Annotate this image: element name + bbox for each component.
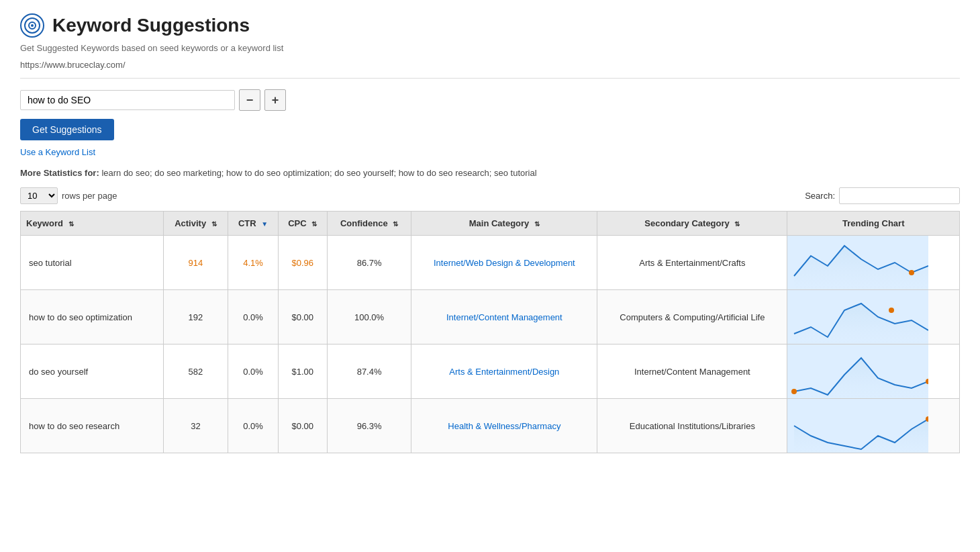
- col-keyword[interactable]: Keyword ⇅: [21, 212, 164, 236]
- table-header-row: Keyword ⇅ Activity ⇅ CTR ▼ CPC ⇅ Confide…: [21, 212, 960, 236]
- cell-confidence: 87.4%: [327, 344, 411, 399]
- target-icon: [20, 13, 44, 38]
- svg-point-5: [909, 270, 914, 275]
- main-cat-sort-icon: ⇅: [534, 220, 540, 228]
- page-url: https://www.bruceclay.com/: [20, 60, 960, 79]
- cell-ctr: 0.0%: [228, 290, 278, 344]
- cell-cpc: $0.00: [278, 290, 327, 344]
- cell-activity: 582: [163, 344, 228, 399]
- keyword-sort-icon: ⇅: [68, 220, 74, 228]
- cell-activity: 192: [163, 290, 228, 344]
- more-stats-text: More Statistics for: learn do seo; do se…: [20, 168, 960, 178]
- keyword-search-row: − +: [20, 89, 960, 111]
- cell-confidence: 86.7%: [327, 236, 411, 290]
- keyword-table: Keyword ⇅ Activity ⇅ CTR ▼ CPC ⇅ Confide…: [20, 211, 960, 453]
- col-cpc[interactable]: CPC ⇅: [278, 212, 327, 236]
- table-row: how to do seo optimization 192 0.0% $0.0…: [21, 290, 960, 344]
- svg-marker-6: [794, 304, 928, 344]
- table-controls: 10 25 50 100 rows per page Search:: [20, 187, 960, 204]
- svg-point-9: [791, 389, 797, 394]
- col-confidence[interactable]: Confidence ⇅: [327, 212, 411, 236]
- cell-trending-chart: [787, 399, 960, 453]
- cell-main-category: Internet/Web Design & Development: [411, 236, 597, 290]
- svg-point-3: [31, 24, 34, 27]
- svg-point-7: [889, 308, 894, 313]
- cell-secondary-category: Arts & Entertainment/Crafts: [597, 236, 787, 290]
- cell-keyword: how to do seo research: [21, 399, 164, 453]
- cell-keyword: how to do seo optimization: [21, 290, 164, 344]
- table-row: seo tutorial 914 4.1% $0.96 86.7% Intern…: [21, 236, 960, 290]
- page-title: Keyword Suggestions: [52, 15, 250, 36]
- rows-per-page-label: rows per page: [62, 191, 117, 201]
- cell-ctr: 0.0%: [228, 344, 278, 399]
- cell-trending-chart: [787, 344, 960, 399]
- cell-confidence: 100.0%: [327, 290, 411, 344]
- cpc-sort-icon: ⇅: [311, 220, 317, 228]
- get-suggestions-button[interactable]: Get Suggestions: [20, 119, 114, 140]
- cell-ctr: 4.1%: [228, 236, 278, 290]
- table-row: how to do seo research 32 0.0% $0.00 96.…: [21, 399, 960, 453]
- svg-marker-8: [794, 358, 928, 398]
- cell-trending-chart: [787, 290, 960, 344]
- cell-secondary-category: Computers & Computing/Artificial Life: [597, 290, 787, 344]
- cell-main-category: Health & Wellness/Pharmacy: [411, 399, 597, 453]
- svg-marker-11: [794, 419, 928, 453]
- cell-ctr: 0.0%: [228, 399, 278, 453]
- col-main-category[interactable]: Main Category ⇅: [411, 212, 597, 236]
- cell-secondary-category: Internet/Content Management: [597, 344, 787, 399]
- col-ctr[interactable]: CTR ▼: [228, 212, 278, 236]
- table-search-input[interactable]: [839, 187, 960, 204]
- cell-keyword: seo tutorial: [21, 236, 164, 290]
- cell-secondary-category: Educational Institutions/Libraries: [597, 399, 787, 453]
- page-subtitle: Get Suggested Keywords based on seed key…: [20, 43, 960, 53]
- activity-sort-icon: ⇅: [211, 220, 217, 228]
- cell-activity: 32: [163, 399, 228, 453]
- add-keyword-button[interactable]: +: [264, 89, 286, 111]
- keyword-input[interactable]: [20, 90, 235, 110]
- ctr-sort-icon: ▼: [261, 220, 268, 228]
- table-row: do seo yourself 582 0.0% $1.00 87.4% Art…: [21, 344, 960, 399]
- cell-trending-chart: [787, 236, 960, 290]
- rows-per-page-select[interactable]: 10 25 50 100: [20, 187, 58, 204]
- svg-marker-4: [794, 246, 928, 289]
- col-trending-chart: Trending Chart: [787, 212, 960, 236]
- confidence-sort-icon: ⇅: [393, 220, 398, 228]
- col-activity[interactable]: Activity ⇅: [163, 212, 228, 236]
- remove-keyword-button[interactable]: −: [239, 89, 260, 111]
- use-keyword-list-link[interactable]: Use a Keyword List: [20, 147, 960, 157]
- cell-cpc: $1.00: [278, 344, 327, 399]
- more-stats-keywords: learn do seo; do seo marketing; how to d…: [101, 168, 536, 178]
- cell-cpc: $0.00: [278, 399, 327, 453]
- cell-activity: 914: [163, 236, 228, 290]
- sec-cat-sort-icon: ⇅: [734, 220, 740, 228]
- cell-confidence: 96.3%: [327, 399, 411, 453]
- cell-keyword: do seo yourself: [21, 344, 164, 399]
- col-secondary-category[interactable]: Secondary Category ⇅: [597, 212, 787, 236]
- cell-main-category: Arts & Entertainment/Design: [411, 344, 597, 399]
- cell-cpc: $0.96: [278, 236, 327, 290]
- cell-main-category: Internet/Content Management: [411, 290, 597, 344]
- search-label: Search:: [805, 191, 835, 201]
